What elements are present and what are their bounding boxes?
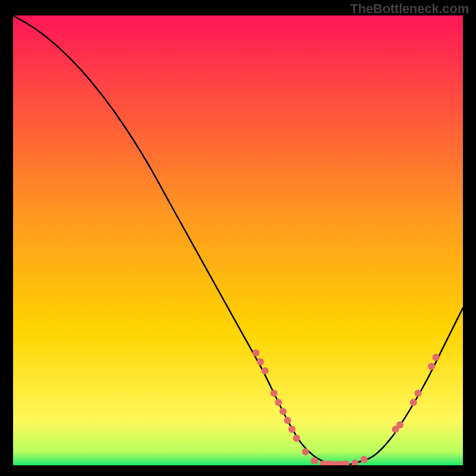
curve-marker [289,426,296,433]
curve-marker [257,358,264,365]
gradient-background [13,15,463,465]
curve-marker [252,349,259,356]
curve-marker [293,435,300,442]
curve-marker [311,457,318,464]
chart-frame: TheBottleneck.com [0,0,476,476]
curve-marker [414,390,421,397]
curve-marker [410,399,417,406]
curve-marker [261,367,268,374]
curve-marker [428,363,435,370]
curve-marker [396,421,403,428]
curve-marker [275,399,282,406]
curve-marker [284,416,291,424]
plot-area [13,15,463,465]
curve-marker [271,390,278,397]
watermark-text: TheBottleneck.com [350,1,469,17]
bottleneck-chart [13,15,463,465]
curve-marker [361,456,368,463]
curve-marker [433,354,440,361]
curve-marker [302,448,309,455]
curve-marker [280,408,287,415]
